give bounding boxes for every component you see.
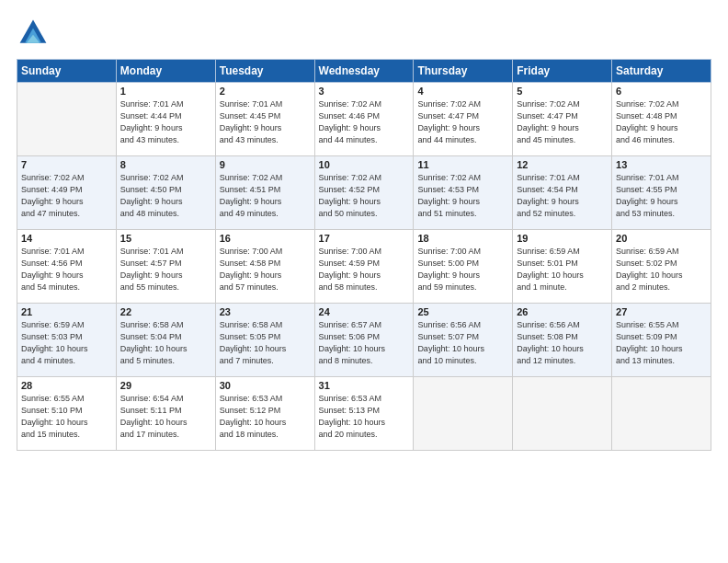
day-number: 16	[220, 233, 311, 244]
day-number: 28	[21, 380, 112, 391]
calendar-cell: 15Sunrise: 7:01 AM Sunset: 4:57 PM Dayli…	[116, 230, 215, 304]
day-header-tuesday: Tuesday	[215, 60, 314, 83]
day-info: Sunrise: 6:59 AM Sunset: 5:02 PM Dayligh…	[616, 246, 707, 293]
day-info: Sunrise: 6:56 AM Sunset: 5:08 PM Dayligh…	[517, 319, 608, 367]
week-row-4: 21Sunrise: 6:59 AM Sunset: 5:03 PM Dayli…	[17, 304, 711, 377]
calendar-cell: 30Sunrise: 6:53 AM Sunset: 5:12 PM Dayli…	[215, 377, 314, 451]
day-number: 4	[417, 86, 508, 97]
day-info: Sunrise: 7:02 AM Sunset: 4:52 PM Dayligh…	[319, 172, 410, 220]
day-number: 26	[517, 306, 608, 317]
calendar-cell: 26Sunrise: 6:56 AM Sunset: 5:08 PM Dayli…	[513, 304, 612, 377]
calendar-cell: 1Sunrise: 7:01 AM Sunset: 4:44 PM Daylig…	[116, 83, 215, 156]
calendar-cell	[17, 83, 117, 156]
day-info: Sunrise: 6:53 AM Sunset: 5:13 PM Dayligh…	[319, 393, 410, 441]
day-number: 8	[120, 159, 211, 170]
day-number: 19	[517, 233, 608, 244]
day-number: 24	[319, 306, 410, 317]
day-number: 12	[517, 159, 608, 170]
day-info: Sunrise: 7:00 AM Sunset: 4:58 PM Dayligh…	[220, 246, 311, 293]
day-info: Sunrise: 6:56 AM Sunset: 5:07 PM Dayligh…	[417, 319, 508, 367]
day-number: 11	[417, 159, 508, 170]
calendar-cell: 22Sunrise: 6:58 AM Sunset: 5:04 PM Dayli…	[116, 304, 215, 377]
day-number: 1	[120, 86, 211, 97]
day-number: 3	[319, 86, 410, 97]
calendar-cell: 4Sunrise: 7:02 AM Sunset: 4:47 PM Daylig…	[414, 83, 513, 156]
day-header-monday: Monday	[116, 60, 215, 83]
calendar-cell: 8Sunrise: 7:02 AM Sunset: 4:50 PM Daylig…	[116, 156, 215, 230]
header	[17, 17, 711, 50]
day-number: 9	[220, 159, 311, 170]
calendar-cell: 19Sunrise: 6:59 AM Sunset: 5:01 PM Dayli…	[513, 230, 612, 304]
calendar-cell: 27Sunrise: 6:55 AM Sunset: 5:09 PM Dayli…	[612, 304, 711, 377]
calendar-cell: 11Sunrise: 7:02 AM Sunset: 4:53 PM Dayli…	[414, 156, 513, 230]
day-number: 15	[120, 233, 211, 244]
calendar-cell: 3Sunrise: 7:02 AM Sunset: 4:46 PM Daylig…	[314, 83, 414, 156]
day-info: Sunrise: 7:01 AM Sunset: 4:55 PM Dayligh…	[616, 172, 707, 220]
calendar-cell: 25Sunrise: 6:56 AM Sunset: 5:07 PM Dayli…	[414, 304, 513, 377]
calendar-cell: 7Sunrise: 7:02 AM Sunset: 4:49 PM Daylig…	[17, 156, 117, 230]
day-info: Sunrise: 7:02 AM Sunset: 4:53 PM Dayligh…	[417, 172, 508, 220]
day-info: Sunrise: 7:02 AM Sunset: 4:46 PM Dayligh…	[319, 98, 410, 146]
day-header-sunday: Sunday	[17, 60, 117, 83]
day-info: Sunrise: 6:55 AM Sunset: 5:09 PM Dayligh…	[616, 319, 707, 367]
day-info: Sunrise: 7:02 AM Sunset: 4:50 PM Dayligh…	[120, 172, 211, 220]
calendar-cell: 18Sunrise: 7:00 AM Sunset: 5:00 PM Dayli…	[414, 230, 513, 304]
day-number: 29	[120, 380, 211, 391]
week-row-1: 1Sunrise: 7:01 AM Sunset: 4:44 PM Daylig…	[17, 83, 711, 156]
day-info: Sunrise: 7:01 AM Sunset: 4:57 PM Dayligh…	[120, 246, 211, 293]
calendar-cell: 16Sunrise: 7:00 AM Sunset: 4:58 PM Dayli…	[215, 230, 314, 304]
day-info: Sunrise: 6:59 AM Sunset: 5:03 PM Dayligh…	[21, 319, 112, 367]
week-row-5: 28Sunrise: 6:55 AM Sunset: 5:10 PM Dayli…	[17, 377, 711, 451]
day-info: Sunrise: 7:02 AM Sunset: 4:51 PM Dayligh…	[220, 172, 311, 220]
day-info: Sunrise: 6:58 AM Sunset: 5:04 PM Dayligh…	[120, 319, 211, 367]
day-number: 13	[616, 159, 707, 170]
calendar-cell: 13Sunrise: 7:01 AM Sunset: 4:55 PM Dayli…	[612, 156, 711, 230]
day-header-wednesday: Wednesday	[314, 60, 414, 83]
day-info: Sunrise: 7:00 AM Sunset: 5:00 PM Dayligh…	[417, 246, 508, 293]
logo-icon	[17, 17, 50, 50]
calendar-cell: 6Sunrise: 7:02 AM Sunset: 4:48 PM Daylig…	[612, 83, 711, 156]
day-info: Sunrise: 6:59 AM Sunset: 5:01 PM Dayligh…	[517, 246, 608, 293]
day-info: Sunrise: 7:01 AM Sunset: 4:44 PM Dayligh…	[120, 98, 211, 146]
day-number: 2	[220, 86, 311, 97]
day-info: Sunrise: 7:02 AM Sunset: 4:48 PM Dayligh…	[616, 98, 707, 146]
week-row-3: 14Sunrise: 7:01 AM Sunset: 4:56 PM Dayli…	[17, 230, 711, 304]
day-info: Sunrise: 6:55 AM Sunset: 5:10 PM Dayligh…	[21, 393, 112, 441]
day-number: 31	[319, 380, 410, 391]
day-number: 5	[517, 86, 608, 97]
day-info: Sunrise: 6:58 AM Sunset: 5:05 PM Dayligh…	[220, 319, 311, 367]
day-info: Sunrise: 7:02 AM Sunset: 4:47 PM Dayligh…	[417, 98, 508, 146]
calendar-cell: 24Sunrise: 6:57 AM Sunset: 5:06 PM Dayli…	[314, 304, 414, 377]
day-number: 22	[120, 306, 211, 317]
day-number: 7	[21, 159, 112, 170]
calendar-cell: 17Sunrise: 7:00 AM Sunset: 4:59 PM Dayli…	[314, 230, 414, 304]
day-info: Sunrise: 6:57 AM Sunset: 5:06 PM Dayligh…	[319, 319, 410, 367]
calendar-cell: 29Sunrise: 6:54 AM Sunset: 5:11 PM Dayli…	[116, 377, 215, 451]
calendar-cell	[612, 377, 711, 451]
week-row-2: 7Sunrise: 7:02 AM Sunset: 4:49 PM Daylig…	[17, 156, 711, 230]
day-info: Sunrise: 7:01 AM Sunset: 4:56 PM Dayligh…	[21, 246, 112, 293]
calendar-cell: 20Sunrise: 6:59 AM Sunset: 5:02 PM Dayli…	[612, 230, 711, 304]
calendar-table: SundayMondayTuesdayWednesdayThursdayFrid…	[17, 59, 711, 451]
day-info: Sunrise: 7:02 AM Sunset: 4:49 PM Dayligh…	[21, 172, 112, 220]
calendar-cell: 12Sunrise: 7:01 AM Sunset: 4:54 PM Dayli…	[513, 156, 612, 230]
day-number: 18	[417, 233, 508, 244]
calendar-cell: 10Sunrise: 7:02 AM Sunset: 4:52 PM Dayli…	[314, 156, 414, 230]
page: SundayMondayTuesdayWednesdayThursdayFrid…	[0, 0, 728, 563]
calendar-cell: 23Sunrise: 6:58 AM Sunset: 5:05 PM Dayli…	[215, 304, 314, 377]
day-header-saturday: Saturday	[612, 60, 711, 83]
day-number: 6	[616, 86, 707, 97]
calendar-cell: 31Sunrise: 6:53 AM Sunset: 5:13 PM Dayli…	[314, 377, 414, 451]
day-info: Sunrise: 7:01 AM Sunset: 4:54 PM Dayligh…	[517, 172, 608, 220]
day-header-thursday: Thursday	[414, 60, 513, 83]
day-number: 17	[319, 233, 410, 244]
calendar-cell: 2Sunrise: 7:01 AM Sunset: 4:45 PM Daylig…	[215, 83, 314, 156]
day-number: 20	[616, 233, 707, 244]
calendar-cell: 28Sunrise: 6:55 AM Sunset: 5:10 PM Dayli…	[17, 377, 117, 451]
day-number: 30	[220, 380, 311, 391]
day-number: 14	[21, 233, 112, 244]
calendar-cell	[414, 377, 513, 451]
day-info: Sunrise: 6:54 AM Sunset: 5:11 PM Dayligh…	[120, 393, 211, 441]
day-info: Sunrise: 7:00 AM Sunset: 4:59 PM Dayligh…	[319, 246, 410, 293]
day-number: 10	[319, 159, 410, 170]
